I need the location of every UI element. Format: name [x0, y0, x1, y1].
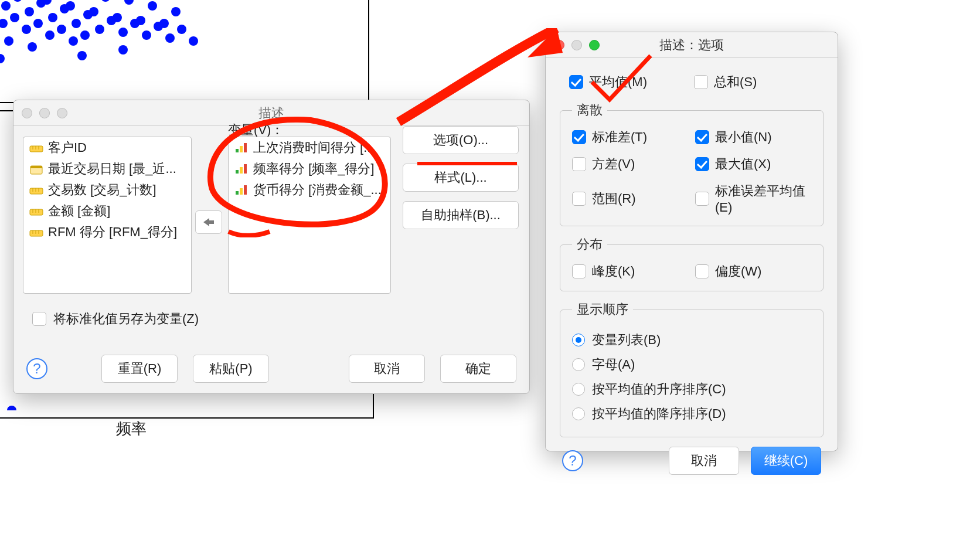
date-icon — [29, 164, 43, 174]
checkbox[interactable] — [572, 130, 586, 144]
item-label: 货币得分 [消费金额_... — [253, 181, 382, 199]
item-label: 客户ID — [48, 139, 87, 157]
distribution-group: 分布 峰度(K) 偏度(W) — [560, 236, 824, 291]
list-item[interactable]: 频率得分 [频率_得分] — [229, 158, 390, 179]
checkbox[interactable] — [572, 264, 586, 278]
scale-icon — [29, 142, 43, 153]
scale-icon — [29, 227, 43, 237]
checkbox-label: 标准差(T) — [592, 128, 647, 146]
radio-icon[interactable] — [572, 407, 585, 420]
help-button[interactable]: ? — [562, 450, 583, 471]
window-title: 描述 — [13, 104, 529, 122]
ordinal-icon — [234, 184, 249, 196]
var-checkbox[interactable]: 方差(V) — [572, 155, 688, 173]
se-mean-checkbox[interactable]: 标准误差平均值(E) — [695, 182, 811, 215]
skewness-checkbox[interactable]: 偏度(W) — [695, 263, 811, 280]
checkbox-label: 最小值(N) — [715, 128, 772, 146]
item-label: RFM 得分 [RFM_得分] — [48, 223, 177, 241]
styles-button[interactable]: 样式(L)... — [403, 164, 519, 192]
list-item[interactable]: 交易数 [交易_计数] — [23, 179, 191, 200]
bootstrap-button[interactable]: 自助抽样(B)... — [403, 201, 519, 229]
svg-rect-62 — [30, 209, 43, 215]
save-z-checkbox-row[interactable]: 将标准化值另存为变量(Z) — [32, 310, 199, 328]
max-checkbox[interactable]: 最大值(X) — [695, 155, 811, 173]
checkbox[interactable] — [572, 157, 586, 171]
scatter-chart-frame — [0, 0, 369, 111]
kurtosis-checkbox[interactable]: 峰度(K) — [572, 263, 688, 280]
continue-button[interactable]: 继续(C) — [751, 447, 821, 475]
cancel-button[interactable]: 取消 — [349, 355, 425, 383]
options-button[interactable]: 选项(O)... — [403, 126, 519, 154]
minimize-icon[interactable] — [571, 40, 582, 50]
item-label: 上次消费时间得分 [... — [253, 139, 375, 157]
help-button[interactable]: ? — [26, 358, 47, 379]
move-back-button[interactable] — [195, 210, 222, 234]
item-label: 频率得分 [频率_得分] — [253, 160, 375, 178]
zoom-icon[interactable] — [589, 40, 600, 50]
ok-button[interactable]: 确定 — [440, 355, 516, 383]
radio-icon[interactable] — [572, 383, 585, 396]
radio-icon[interactable] — [572, 334, 585, 346]
order-variable-radio[interactable]: 变量列表(B) — [572, 328, 811, 352]
radio-label: 按平均值的降序排序(D) — [592, 405, 726, 423]
svg-rect-52 — [30, 146, 43, 152]
checkbox-label: 平均值(M) — [589, 73, 647, 91]
mean-checkbox[interactable]: 平均值(M) — [569, 73, 647, 91]
x-axis-label: 频率 — [116, 419, 147, 439]
svg-rect-72 — [244, 143, 247, 152]
checkbox-label: 峰度(K) — [592, 263, 635, 280]
checkbox[interactable] — [694, 75, 708, 89]
display-order-group: 显示顺序 变量列表(B) 字母(A) 按平均值的升序排序(C) 按平均值的降序排… — [560, 301, 824, 437]
list-item[interactable]: 上次消费时间得分 [... — [229, 137, 390, 158]
svg-rect-75 — [244, 164, 247, 174]
source-variable-list[interactable]: 客户ID 最近交易日期 [最_近... 交易数 [交易_计数] 金额 [金额] — [23, 137, 192, 294]
checkbox-label: 方差(V) — [592, 155, 635, 173]
list-item[interactable]: 客户ID — [23, 137, 191, 158]
paste-button[interactable]: 粘贴(P) — [193, 355, 269, 383]
checkbox[interactable] — [695, 157, 709, 171]
order-asc-radio[interactable]: 按平均值的升序排序(C) — [572, 377, 811, 402]
list-item[interactable]: 货币得分 [消费金额_... — [229, 179, 390, 200]
order-alpha-radio[interactable]: 字母(A) — [572, 352, 811, 377]
radio-label: 按平均值的升序排序(C) — [592, 380, 726, 398]
list-item[interactable]: 最近交易日期 [最_近... — [23, 158, 191, 179]
checkbox[interactable] — [695, 264, 709, 278]
checkbox[interactable] — [32, 312, 46, 326]
arrow-left-icon — [202, 217, 215, 227]
radio-label: 字母(A) — [592, 356, 635, 373]
ordinal-icon — [234, 163, 249, 175]
group-legend: 显示顺序 — [572, 301, 633, 318]
std-checkbox[interactable]: 标准差(T) — [572, 128, 688, 146]
close-icon[interactable] — [22, 108, 32, 118]
checkbox[interactable] — [695, 130, 709, 144]
svg-rect-73 — [236, 170, 239, 174]
checkbox-label: 标准误差平均值(E) — [715, 182, 811, 215]
order-desc-radio[interactable]: 按平均值的降序排序(D) — [572, 402, 811, 426]
cancel-button[interactable]: 取消 — [669, 447, 739, 475]
titlebar: 描述：选项 — [546, 32, 838, 58]
zoom-icon[interactable] — [57, 108, 67, 118]
checkbox-label: 偏度(W) — [715, 263, 761, 280]
range-checkbox[interactable]: 范围(R) — [572, 182, 688, 215]
checkbox[interactable] — [572, 192, 586, 206]
svg-rect-74 — [240, 167, 243, 174]
checkbox[interactable] — [695, 192, 709, 206]
reset-button[interactable]: 重置(R) — [101, 355, 178, 383]
list-item[interactable]: 金额 [金额] — [23, 200, 191, 222]
describe-dialog: 描述 变量(V)： 客户ID 最近交易日期 [最_近... 交易数 [交易_ — [13, 100, 530, 394]
min-checkbox[interactable]: 最小值(N) — [695, 128, 811, 146]
radio-icon[interactable] — [572, 358, 585, 371]
svg-rect-76 — [236, 191, 239, 195]
item-label: 交易数 [交易_计数] — [48, 181, 156, 199]
target-variable-list[interactable]: 上次消费时间得分 [... 频率得分 [频率_得分] 货币得分 [消费金额_..… — [228, 137, 391, 294]
list-item[interactable]: RFM 得分 [RFM_得分] — [23, 222, 191, 243]
minimize-icon[interactable] — [39, 108, 50, 118]
svg-rect-70 — [236, 149, 239, 152]
item-label: 最近交易日期 [最_近... — [48, 160, 176, 178]
sum-checkbox[interactable]: 总和(S) — [694, 73, 757, 91]
group-legend: 分布 — [572, 236, 607, 253]
group-legend: 离散 — [572, 101, 607, 119]
checkbox[interactable] — [569, 75, 583, 89]
checkbox-label: 范围(R) — [592, 190, 636, 208]
close-icon[interactable] — [554, 40, 564, 50]
